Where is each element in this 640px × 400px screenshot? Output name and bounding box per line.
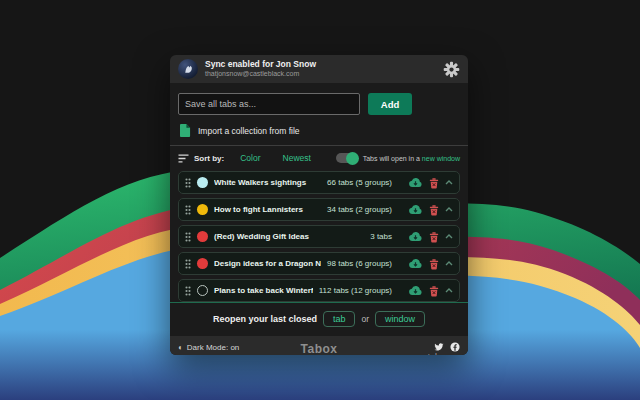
file-import-icon <box>180 124 191 137</box>
settings-button[interactable] <box>443 61 460 78</box>
dark-mode-label: Dark Mode: on <box>187 343 239 353</box>
chevron-up-icon[interactable] <box>445 180 453 185</box>
sync-status-title: Sync enabled for Jon Snow <box>205 60 443 70</box>
sync-header: Sync enabled for Jon Snow thatjonsnow@ca… <box>170 55 468 83</box>
new-window-link[interactable]: new window <box>422 155 460 162</box>
reopen-or-label: or <box>361 314 369 324</box>
twitter-link[interactable] <box>434 342 444 352</box>
drag-handle-icon[interactable] <box>185 259 191 269</box>
collection-color-dot <box>197 285 208 296</box>
drag-handle-icon[interactable] <box>185 205 191 215</box>
delete-icon[interactable] <box>429 204 439 216</box>
collection-count: 98 tabs (6 groups) <box>327 259 392 268</box>
reopen-window-button[interactable]: window <box>375 311 425 327</box>
cloud-sync-icon[interactable] <box>408 231 423 242</box>
drag-handle-icon[interactable] <box>185 286 191 296</box>
cloud-sync-icon[interactable] <box>408 177 423 188</box>
collection-name: How to fight Lannisters <box>214 205 321 214</box>
reopen-bar: Reopen your last closed tab or window <box>170 302 468 336</box>
save-tabs-input[interactable] <box>178 93 360 115</box>
new-window-toggle[interactable] <box>336 153 358 163</box>
collection-row[interactable]: How to fight Lannisters 34 tabs (2 group… <box>178 198 460 221</box>
delete-icon[interactable] <box>429 285 439 297</box>
last-sync-time: 30 seconds ago <box>188 353 237 355</box>
sort-icon <box>178 154 189 163</box>
collection-row[interactable]: (Red) Wedding Gift Ideas 3 tabs <box>178 225 460 248</box>
drag-handle-icon[interactable] <box>185 232 191 242</box>
collection-row[interactable]: Design ideas for a Dragon Nest 98 tabs (… <box>178 252 460 275</box>
tabox-popup: Sync enabled for Jon Snow thatjonsnow@ca… <box>170 55 468 355</box>
direwolf-sigil-icon <box>182 63 195 76</box>
collection-row[interactable]: Plans to take back Winterfell 112 tabs (… <box>178 279 460 302</box>
account-email: thatjonsnow@castleblack.com <box>205 70 443 78</box>
collection-color-dot <box>197 231 208 242</box>
toggle-description: Tabs will open in a new window <box>363 155 460 162</box>
dark-mode-toggle[interactable]: ◐ Dark Mode: on <box>178 343 239 353</box>
delete-icon[interactable] <box>429 177 439 189</box>
refresh-icon: ⟳ <box>178 353 184 355</box>
collection-row[interactable]: White Walkers sightings 66 tabs (5 group… <box>178 171 460 194</box>
website-link[interactable]: www.tabox.co <box>408 352 460 355</box>
twitter-icon <box>434 342 444 352</box>
avatar <box>178 59 198 79</box>
chevron-up-icon[interactable] <box>445 261 453 266</box>
facebook-icon <box>450 342 460 352</box>
import-label: Import a collection from file <box>198 126 300 136</box>
toggle-text: Tabs will open in a <box>363 155 420 162</box>
collection-color-dot <box>197 177 208 188</box>
promo-stage: Sync enabled for Jon Snow thatjonsnow@ca… <box>0 0 640 400</box>
collection-count: 66 tabs (5 groups) <box>327 178 392 187</box>
add-button[interactable]: Add <box>368 93 412 115</box>
sync-refresh[interactable]: ⟳ 30 seconds ago <box>178 353 239 355</box>
popup-footer: ◐ Dark Mode: on ⟳ 30 seconds ago Tabox v… <box>170 336 468 355</box>
cloud-sync-icon[interactable] <box>408 258 423 269</box>
drag-handle-icon[interactable] <box>185 178 191 188</box>
cloud-sync-icon[interactable] <box>408 204 423 215</box>
collection-count: 3 tabs <box>370 232 392 241</box>
cloud-sync-icon[interactable] <box>408 285 423 296</box>
facebook-link[interactable] <box>450 342 460 352</box>
reopen-tab-button[interactable]: tab <box>323 311 356 327</box>
collection-color-dot <box>197 204 208 215</box>
collection-name: (Red) Wedding Gift Ideas <box>214 232 364 241</box>
collection-name: White Walkers sightings <box>214 178 321 187</box>
chevron-up-icon[interactable] <box>445 234 453 239</box>
divider <box>170 145 468 146</box>
collection-count: 112 tabs (12 groups) <box>319 286 392 295</box>
delete-icon[interactable] <box>429 258 439 270</box>
delete-icon[interactable] <box>429 231 439 243</box>
collection-color-dot <box>197 258 208 269</box>
gear-icon <box>443 61 460 78</box>
sort-by-label: Sort by: <box>194 154 224 163</box>
collection-name: Design ideas for a Dragon Nest <box>214 259 321 268</box>
sort-option-color[interactable]: Color <box>240 153 260 163</box>
collections-list: White Walkers sightings 66 tabs (5 group… <box>178 171 460 302</box>
popup-body: Add Import a collection from file Sort b… <box>170 83 468 336</box>
reopen-label: Reopen your last closed <box>213 314 317 324</box>
chevron-up-icon[interactable] <box>445 288 453 293</box>
collection-name: Plans to take back Winterfell <box>214 286 313 295</box>
dark-mode-icon: ◐ <box>178 343 183 353</box>
collection-count: 34 tabs (2 groups) <box>327 205 392 214</box>
save-bar: Add <box>178 93 460 115</box>
sort-bar: Sort by: Color Newest Tabs will open in … <box>178 153 460 163</box>
sort-option-newest[interactable]: Newest <box>283 153 311 163</box>
import-collection-button[interactable]: Import a collection from file <box>180 124 460 137</box>
chevron-up-icon[interactable] <box>445 207 453 212</box>
